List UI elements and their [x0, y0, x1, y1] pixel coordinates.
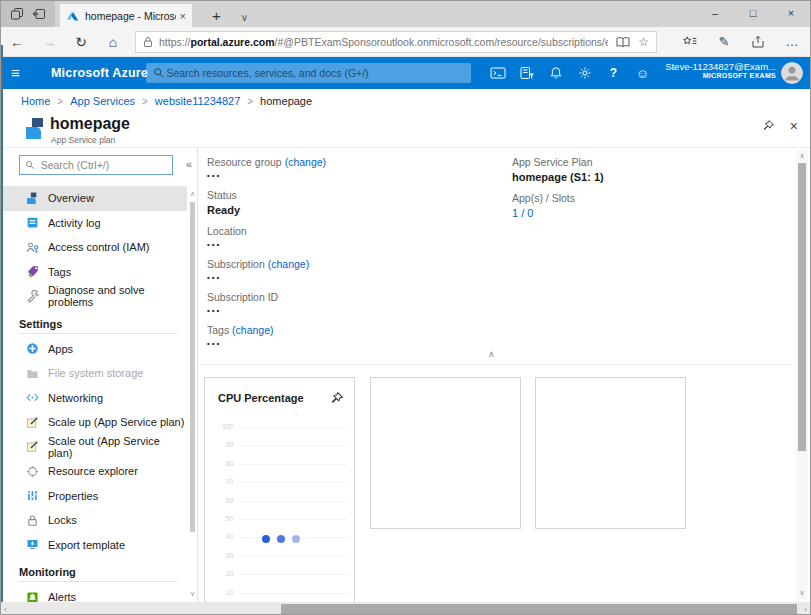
web-note-pen-icon[interactable]: ✎ [707, 30, 741, 54]
notifications-bell-icon[interactable] [541, 66, 570, 80]
close-window-button[interactable]: × [772, 1, 810, 25]
back-button[interactable]: ← [1, 34, 33, 50]
horizontal-scrollbar-thumb[interactable] [281, 604, 797, 615]
help-icon[interactable]: ? [599, 66, 628, 80]
tab-close-icon[interactable]: × [180, 10, 186, 22]
essentials-label: App Service Plan [512, 156, 792, 168]
directory-filter-icon[interactable] [512, 66, 541, 80]
account-info[interactable]: Steve-11234827@Exam... MICROSOFT EXAMS [665, 61, 776, 81]
vertical-scrollbar[interactable]: ∧ ∨ [796, 150, 808, 599]
sidebar-item-scale-out-app-service-plan[interactable]: Scale out (App Service plan) [1, 435, 187, 460]
change-link[interactable]: (change) [268, 258, 309, 270]
y-tick-label: 40 [207, 533, 233, 540]
cloud-shell-icon[interactable] [483, 66, 512, 80]
breadcrumb-item-home[interactable]: Home [21, 95, 50, 107]
collapse-menu-icon[interactable]: « [186, 159, 192, 170]
sidebar-item-diagnose-and-solve-problems[interactable]: Diagnose and solve problems [1, 284, 187, 309]
cpu-chart-plot-area: 1009080706050403020100 [205, 422, 354, 615]
hamburger-menu-icon[interactable]: ≡ [11, 64, 20, 81]
cpu-percentage-tile[interactable]: CPU Percentage 1009080706050403020100 [204, 377, 355, 615]
new-tab-button[interactable]: + [212, 7, 221, 24]
essentials-label: Subscription ID [207, 291, 502, 303]
scroll-up-icon[interactable]: ∧ [796, 152, 808, 160]
share-icon[interactable] [741, 30, 775, 54]
essentials-row-status: StatusReady [207, 189, 502, 216]
sidebar-item-tags[interactable]: Tags [1, 260, 187, 285]
diagnose-icon [26, 290, 39, 303]
sidebar-item-networking[interactable]: Networking [1, 386, 187, 411]
sidebar-scroll-up-icon[interactable]: ∧ [190, 190, 195, 198]
tabs-set-aside-icon[interactable] [10, 7, 24, 21]
global-search-box[interactable] [146, 63, 471, 83]
sidebar-item-access-control-iam[interactable]: Access control (IAM) [1, 235, 187, 260]
overview-icon [26, 192, 39, 205]
address-bar[interactable]: https://portal.azure.com/#@PBTExamSponso… [135, 31, 657, 53]
change-link[interactable]: (change) [232, 324, 273, 336]
essentials-right-column: App Service Planhomepage (S1: 1)App(s) /… [512, 156, 792, 228]
iam-icon [26, 241, 39, 254]
tab-preview-caret-icon[interactable]: ∨ [241, 12, 248, 23]
scroll-right-icon[interactable]: › [804, 605, 807, 614]
gridline [239, 464, 348, 465]
breadcrumb-item-homepage: homepage [260, 95, 312, 107]
more-menu-icon[interactable]: … [775, 30, 809, 54]
sidebar-scrollbar-thumb[interactable] [190, 202, 195, 532]
scroll-down-icon[interactable]: ∨ [796, 589, 808, 597]
menu-search-input[interactable] [39, 158, 167, 172]
sidebar-item-overview[interactable]: Overview [1, 186, 187, 211]
networking-icon [26, 391, 39, 404]
close-blade-icon[interactable]: × [790, 119, 798, 133]
sidebar-item-label: Activity log [48, 217, 101, 229]
avatar[interactable] [781, 62, 803, 84]
favorite-star-icon[interactable]: ☆ [638, 35, 649, 49]
azure-brand[interactable]: Microsoft Azure [51, 66, 148, 80]
breadcrumb-separator: > [142, 96, 148, 107]
home-button[interactable]: ⌂ [97, 34, 129, 50]
scale-up-icon [26, 416, 39, 429]
sidebar-item-activity-log[interactable]: Activity log [1, 211, 187, 236]
horizontal-scrollbar[interactable]: ‹ › [1, 602, 810, 615]
collapse-essentials-icon[interactable]: ∧ [488, 349, 495, 359]
pin-chart-icon[interactable] [329, 391, 344, 406]
essentials-label: Subscription (change) [207, 258, 502, 270]
minimize-button[interactable]: – [696, 1, 734, 25]
favorites-hub-icon[interactable] [673, 30, 707, 54]
global-search-input[interactable] [164, 66, 464, 80]
breadcrumb-item-app-services[interactable]: App Services [70, 95, 135, 107]
breadcrumb-separator: > [57, 96, 63, 107]
sidebar-scroll-down-icon[interactable]: ∨ [190, 590, 195, 598]
settings-gear-icon[interactable] [570, 66, 599, 80]
properties-icon [26, 489, 39, 502]
sidebar-item-scale-up-app-service-plan[interactable]: Scale up (App Service plan) [1, 410, 187, 435]
sidebar-item-properties[interactable]: Properties [1, 484, 187, 509]
sidebar-item-apps[interactable]: Apps [1, 337, 187, 362]
sidebar-item-resource-explorer[interactable]: Resource explorer [1, 459, 187, 484]
loading-dot [277, 535, 285, 543]
restore-tabs-icon[interactable] [32, 7, 46, 21]
tab-title: homepage - Microsoft A [85, 10, 176, 22]
account-organization: MICROSOFT EXAMS [665, 72, 776, 80]
sidebar-item-label: Networking [48, 392, 103, 404]
browser-tab[interactable]: homepage - Microsoft A × [60, 4, 192, 27]
sidebar-item-export-template[interactable]: Export template [1, 533, 187, 558]
maximize-button[interactable]: □ [734, 1, 772, 25]
gridline [239, 519, 348, 520]
reading-view-icon[interactable] [616, 36, 630, 48]
activity-log-icon [26, 216, 39, 229]
essentials-label: Resource group (change) [207, 156, 502, 168]
essentials-label: Location [207, 225, 502, 237]
refresh-button[interactable]: ↻ [65, 34, 97, 50]
essentials-value[interactable]: 1 / 0 [512, 207, 792, 219]
pin-blade-icon[interactable] [761, 119, 775, 133]
essentials-row-subscription-id: Subscription ID••• [207, 291, 502, 315]
menu-search-box[interactable] [19, 155, 173, 175]
sidebar-item-locks[interactable]: Locks [1, 508, 187, 533]
essentials-row-tags: Tags (change)••• [207, 324, 502, 348]
breadcrumb-item-website11234827[interactable]: website11234827 [155, 95, 240, 107]
scroll-left-icon[interactable]: ‹ [4, 605, 7, 614]
vertical-scrollbar-thumb[interactable] [798, 163, 806, 451]
feedback-smiley-icon[interactable]: ☺ [628, 66, 657, 81]
essentials-value: ••• [207, 240, 502, 249]
azure-favicon [66, 9, 79, 22]
change-link[interactable]: (change) [285, 156, 326, 168]
